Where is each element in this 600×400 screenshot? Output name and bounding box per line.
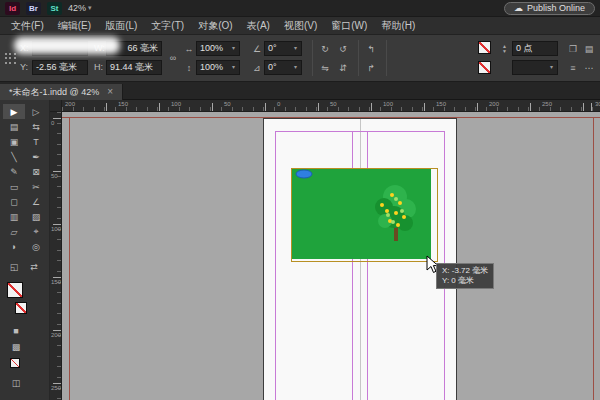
flip-vertical-icon[interactable]: ⇵ [336, 60, 350, 75]
page-tool[interactable]: ▤ [3, 119, 25, 134]
pasteboard[interactable]: X: -3.72 毫米 Y: 0 毫米 [62, 112, 600, 400]
tab-bar: *未命名-1.indd @ 42% × [0, 82, 600, 100]
apply-color-icon[interactable]: ■ [8, 324, 24, 338]
h-label: H: [94, 60, 103, 75]
type-tool[interactable]: T [25, 134, 47, 149]
rotate-cw-icon[interactable]: ↻ [318, 41, 332, 56]
selection-tool[interactable]: ▶ [3, 104, 25, 119]
scale-y-caret-icon[interactable]: ▾ [232, 60, 235, 75]
ruler-origin-corner[interactable] [50, 100, 62, 112]
menu-item-5[interactable]: 表(A) [240, 17, 277, 35]
content-collector-tool[interactable]: ▣ [3, 134, 25, 149]
bridge-icon[interactable]: Br [26, 2, 41, 15]
menu-item-8[interactable]: 帮助(H) [374, 17, 422, 35]
zoom-tool[interactable]: ◎ [25, 239, 47, 254]
panel-more-icon[interactable]: ⋯ [582, 60, 596, 75]
fill-swatch-none[interactable] [7, 282, 23, 298]
line-tool[interactable]: ╲ [3, 149, 25, 164]
menu-item-1[interactable]: 编辑(E) [51, 17, 98, 35]
zoom-level-dropdown[interactable]: 42% ▾ [68, 3, 92, 13]
default-fill-stroke-icon[interactable]: ◱ [6, 260, 22, 274]
indesign-logo[interactable]: Id [5, 2, 20, 15]
horizontal-ruler[interactable]: 20015010050050100150200250300 [62, 100, 600, 112]
vertical-ruler[interactable]: 050100150200250 [50, 112, 62, 400]
constrain-proportions-icon[interactable]: ∞ [166, 50, 180, 65]
rectangle-tool[interactable]: ▭ [3, 179, 25, 194]
vruler-label-2: 100 [51, 226, 61, 232]
select-content-icon[interactable]: ↱ [364, 60, 378, 75]
stroke-weight-input[interactable]: 0 点 [512, 41, 558, 56]
gradient-feather-tool[interactable]: ▨ [25, 209, 47, 224]
tooltip-x: X: -3.72 毫米 [442, 266, 488, 276]
redaction-blur [14, 37, 120, 54]
rectangle-frame-tool[interactable]: ⊠ [25, 164, 47, 179]
pencil-tool[interactable]: ✎ [3, 164, 25, 179]
menu-item-4[interactable]: 对象(O) [191, 17, 239, 35]
hand-tool[interactable]: ◗ [3, 239, 25, 254]
stepper-down-icon[interactable]: ▼ [502, 49, 507, 54]
divider [358, 40, 359, 76]
hruler-label-10: 300 [595, 101, 600, 107]
hruler-label-2: 100 [171, 101, 181, 107]
free-transform-tool[interactable]: ◻ [3, 194, 25, 209]
vruler-label-0: 0 [51, 120, 54, 126]
document-tab[interactable]: *未命名-1.indd @ 42% × [0, 84, 123, 100]
select-container-icon[interactable]: ↰ [364, 41, 378, 56]
tooltip-y: Y: 0 毫米 [442, 276, 488, 286]
reference-point-proxy[interactable] [4, 52, 17, 65]
swap-fill-stroke-icon[interactable]: ⇄ [26, 260, 42, 274]
h-input[interactable]: 91.44 毫米 [106, 60, 162, 75]
hruler-label-6: 100 [383, 101, 393, 107]
menu-item-6[interactable]: 视图(V) [277, 17, 324, 35]
apply-none-icon[interactable] [10, 358, 20, 368]
menu-item-3[interactable]: 文字(T) [144, 17, 191, 35]
panel-menu-icon[interactable]: ≡ [566, 60, 580, 75]
y-input[interactable]: -2.56 毫米 [32, 60, 88, 75]
fill-none-swatch[interactable] [478, 41, 491, 54]
vruler-label-3: 150 [51, 279, 61, 285]
cloud-upload-icon: ☁ [514, 4, 523, 13]
scale-x-caret-icon[interactable]: ▾ [232, 41, 235, 56]
measure-tool[interactable]: ∠ [25, 194, 47, 209]
panel-grid-icon[interactable]: ▤ [582, 41, 596, 56]
stroke-weight-stepper[interactable]: ▲ ▼ [500, 41, 509, 56]
divider [312, 40, 313, 76]
hruler-label-8: 200 [489, 101, 499, 107]
apply-gradient-icon[interactable]: ▩ [8, 340, 24, 354]
shear-angle-icon: ⊿ [250, 60, 264, 75]
scissors-tool[interactable]: ✂ [25, 179, 47, 194]
hruler-label-0: 200 [65, 101, 75, 107]
menu-item-7[interactable]: 窗口(W) [324, 17, 374, 35]
flip-horizontal-icon[interactable]: ⇋ [318, 60, 332, 75]
bleed-guide-left [69, 117, 70, 400]
rotation-caret-icon[interactable]: ▾ [294, 41, 297, 56]
note-tool[interactable]: ▱ [3, 224, 25, 239]
gradient-swatch-tool[interactable]: ▥ [3, 209, 25, 224]
direct-selection-tool[interactable]: ▷ [25, 104, 47, 119]
stroke-none-swatch[interactable] [478, 61, 491, 74]
coordinates-tooltip: X: -3.72 毫米 Y: 0 毫米 [436, 263, 494, 289]
shear-caret-icon[interactable]: ▾ [294, 60, 297, 75]
tool-grid: ▶▷▤⇆▣T╲✒✎⊠▭✂◻∠▥▨▱⌖◗◎ [3, 104, 47, 254]
gap-tool[interactable]: ⇆ [25, 119, 47, 134]
panel-options-icon[interactable]: ❐ [566, 41, 580, 56]
hruler-label-5: 50 [330, 101, 337, 107]
stroke-swatch-none[interactable] [15, 302, 27, 314]
pen-tool[interactable]: ✒ [25, 149, 47, 164]
close-icon[interactable]: × [107, 84, 113, 100]
hruler-label-3: 50 [224, 101, 231, 107]
screen-mode-icon[interactable]: ◫ [8, 376, 24, 390]
eyedropper-tool[interactable]: ⌖ [25, 224, 47, 239]
stroke-style-caret-icon[interactable]: ▾ [550, 60, 553, 75]
rotate-ccw-icon[interactable]: ↺ [336, 41, 350, 56]
hruler-label-1: 150 [118, 101, 128, 107]
menu-item-0[interactable]: 文件(F) [4, 17, 51, 35]
divider [386, 40, 387, 76]
vruler-label-5: 250 [51, 385, 61, 391]
indesign-window: Id Br St 42% ▾ ☁ Publish Online 文件(F)编辑(… [0, 0, 600, 400]
menu-item-2[interactable]: 版面(L) [98, 17, 144, 35]
publish-online-label: Publish Online [527, 3, 585, 13]
stock-icon[interactable]: St [47, 2, 62, 15]
placed-image[interactable] [292, 169, 431, 259]
publish-online-button[interactable]: ☁ Publish Online [504, 2, 595, 15]
